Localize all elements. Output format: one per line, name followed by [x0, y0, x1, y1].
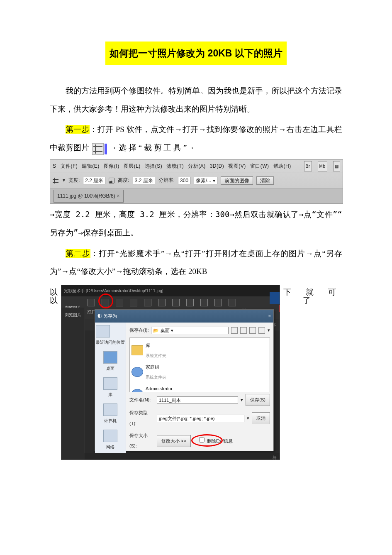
ps-mini-button[interactable]: Mb — [318, 161, 327, 171]
crop-icon-handle — [105, 144, 107, 154]
save-as-dialog: ◐ 另存为 × 最近访问的位置 桌面 库 计算机 网络 保存在(I): 📂 — [95, 309, 274, 451]
file-item[interactable]: 家庭组系统文件夹 — [131, 361, 268, 383]
neo-left-sidebar: 浏览图片 — [61, 308, 85, 460]
ps-mini-button[interactable]: Br — [304, 161, 312, 171]
document-tab-label: 1111.jpg @ 100%(RGB/8) — [57, 191, 115, 202]
ps-menu-item[interactable]: 滤镜(T) — [166, 161, 184, 172]
file-list[interactable]: 库系统文件夹 家庭组系统文件夹 Administrator系统文件夹 计算机系统… — [129, 337, 270, 392]
height-field[interactable]: 3.2 厘米 — [133, 177, 155, 184]
crop-icon — [92, 143, 104, 155]
title-wrap: 如何把一寸照片修改为 20KB 以下的照片 — [50, 42, 342, 65]
width-field[interactable]: 2.2 厘米 — [83, 177, 105, 184]
swap-icon[interactable] — [109, 178, 114, 183]
globe-icon: ◐ — [97, 313, 102, 318]
ps-mini-button[interactable]: ▦ — [333, 161, 341, 171]
step2-text: ：打开“光影魔术手”→点“打开”打开刚才在桌面上存的图片→点“另存为”→点“修改… — [50, 249, 342, 276]
ps-options-bar: ▾ 宽度: 2.2 厘米 高度: 3.2 厘米 分辨率: 300 像素/... … — [50, 173, 343, 188]
size-icon — [130, 299, 137, 306]
front-image-button[interactable]: 前面的图像 — [221, 176, 253, 185]
modify-size-button[interactable]: 修改大小 >> — [157, 435, 191, 447]
width-label: 宽度: — [68, 175, 80, 186]
photoshop-toolbar-screenshot: S 文件(F) 编辑(E) 图像(I) 图层(L) 选择(S) 滤镜(T) 分析… — [50, 159, 343, 204]
ps-menu-item[interactable]: 图层(L) — [124, 161, 141, 172]
dialog-titlebar: ◐ 另存为 × — [95, 310, 273, 323]
ps-menu-item[interactable]: 3D(D) — [210, 161, 224, 172]
network-icon[interactable] — [103, 430, 117, 442]
up-icon[interactable] — [240, 327, 247, 334]
neoimaging-screenshot: 光影魔术手 [C:\Users\Administrator\Desktop\11… — [61, 285, 280, 460]
status-bar: - 补 — [85, 453, 280, 460]
dropdown-arrow-icon[interactable]: ▾ — [63, 175, 65, 186]
computer-icon[interactable] — [103, 403, 117, 416]
newfolder-icon[interactable] — [249, 327, 256, 334]
open-icon — [88, 299, 95, 306]
crop-icon — [144, 299, 151, 306]
user-icon — [131, 389, 143, 392]
ps-menu-item[interactable]: S — [53, 161, 56, 172]
savein-combo[interactable]: 📂 桌面 ▾ — [151, 327, 229, 334]
dialog-close-x[interactable]: × — [279, 305, 280, 312]
ps-menu-item[interactable]: 图像(I) — [104, 161, 119, 172]
ps-menu-item[interactable]: 文件(F) — [61, 161, 78, 172]
sidebar-label[interactable]: 浏览图片 — [65, 310, 81, 320]
intro-paragraph: 我的方法用到两个修图软件。特别简单。因为我也是新手，所以把这个方法记录下来，供大… — [50, 82, 342, 118]
right-panel-strip — [270, 292, 280, 304]
ps-menu-item[interactable]: 编辑(E) — [82, 161, 100, 172]
back-icon[interactable] — [231, 327, 238, 334]
saveas-icon — [116, 299, 123, 306]
save-button[interactable]: 保存(S) — [246, 394, 270, 406]
brush-icon — [229, 299, 236, 306]
template-icon — [214, 299, 222, 306]
cancel-button[interactable]: 取消 — [252, 412, 270, 424]
border-icon — [186, 299, 194, 306]
dialog-title: 另存为 — [103, 313, 117, 318]
wrap-right-2: 了 — [303, 291, 342, 310]
recent-places-icon[interactable] — [96, 325, 110, 337]
step2-paragraph: 第二步：打开“光影魔术手”→点“打开”打开刚才在桌面上存的图片→点“另存为”→点… — [50, 244, 342, 281]
resolution-field[interactable]: 300 — [178, 177, 190, 184]
open-button[interactable]: 打开 — [87, 299, 95, 317]
crop-tool-icon[interactable] — [53, 178, 58, 183]
rotate-icon — [158, 299, 166, 306]
filename-label: 文件名(N): — [129, 395, 154, 405]
clear-button[interactable]: 清除 — [256, 176, 274, 185]
type-label: 保存类型(T): — [129, 408, 154, 429]
places-label: 网络 — [103, 442, 117, 452]
step1-paragraph-c: →宽度 2.2 厘米，高度 3.2 厘米，分辨率：300→然后双击就确认了→点“… — [50, 205, 342, 242]
wrap-left-2: 以 — [50, 291, 58, 310]
ps-menu-item[interactable]: 帮助(H) — [273, 161, 291, 172]
type-combo[interactable]: jpeg文件(*.jpg; *.jpeg; *.jpe) — [157, 415, 244, 422]
height-label: 高度: — [118, 175, 129, 186]
filename-field[interactable]: 1111_副本 — [157, 396, 238, 404]
ps-menu-item[interactable]: 视图(V) — [228, 161, 246, 172]
ps-menu-item[interactable]: 分析(A) — [188, 161, 206, 172]
size-label: 保存大小(S): — [129, 430, 154, 452]
desktop-icon[interactable] — [103, 351, 117, 364]
step1-text-b: → 选 择 “ 裁 剪 工 具 ”→ — [109, 143, 195, 152]
savein-label: 保存在(I): — [129, 325, 149, 335]
views-icon[interactable] — [258, 327, 265, 334]
homegroup-icon — [131, 367, 143, 377]
places-bar: 最近访问的位置 桌面 库 计算机 网络 — [95, 323, 126, 455]
document-tab[interactable]: 1111.jpg @ 100%(RGB/8) × — [54, 190, 124, 203]
file-item[interactable]: Administrator系统文件夹 — [131, 383, 268, 392]
places-label: 桌面 — [103, 364, 117, 373]
file-item[interactable]: 库系统文件夹 — [131, 340, 268, 361]
close-icon[interactable]: × — [268, 311, 271, 321]
places-label: 计算机 — [103, 416, 117, 425]
doc-title: 如何把一寸照片修改为 20KB 以下的照片 — [105, 42, 287, 65]
places-label: 最近访问的位置 — [96, 337, 125, 347]
ps-menu-item[interactable]: 选择(S) — [145, 161, 163, 172]
step1-label: 第一步 — [66, 125, 90, 134]
ps-menu-item[interactable]: 窗口(W) — [250, 161, 269, 172]
save-icon — [102, 299, 109, 306]
material-icon — [172, 299, 180, 306]
close-icon[interactable]: × — [117, 191, 120, 202]
neo-titlebar: 光影魔术手 [C:\Users\Administrator\Desktop\11… — [61, 285, 280, 296]
annotation-circle — [191, 434, 223, 447]
ps-menu-bar: S 文件(F) 编辑(E) 图像(I) 图层(L) 选择(S) 滤镜(T) 分析… — [50, 160, 343, 174]
step1-paragraph-a: 第一步：打开 PS 软件，点文件→打开→找到你要修改的照片→右击左边工具栏中裁剪… — [50, 120, 342, 156]
places-label: 库 — [103, 390, 117, 399]
libraries-icon[interactable] — [103, 377, 117, 390]
resolution-unit-field[interactable]: 像素/... ▾ — [194, 177, 217, 184]
